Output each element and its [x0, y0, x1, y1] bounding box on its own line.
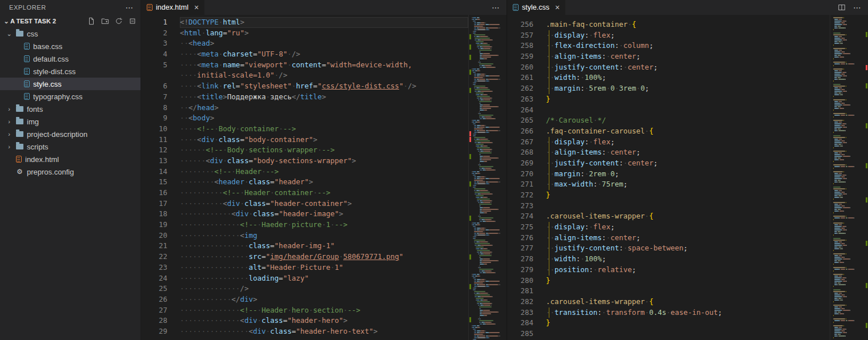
code-line[interactable]: ··margin:·2rem·0; [546, 169, 830, 180]
code-lines[interactable]: <!DOCTYPE·html><html·lang="ru">··<head>·… [167, 15, 468, 340]
chevron-right-icon: › [6, 131, 13, 137]
code-line[interactable]: ··flex-direction:·column; [546, 41, 830, 51]
code-line[interactable]: ··············<!--·Haeder·picture·1·--> [180, 220, 468, 230]
code-line[interactable]: .carousel-items-wrapper·{ [546, 297, 830, 307]
tree-item-css[interactable]: ⌄css [0, 27, 140, 40]
workspace-section-header[interactable]: ⌄ A TEST TASK 2 [0, 15, 140, 27]
code-line[interactable]: ············<div·class="header-image"> [180, 209, 468, 220]
minimap-git-decoration [469, 254, 471, 260]
code-line[interactable]: ··align-items:·center; [546, 147, 830, 158]
code-line[interactable]: ··justify-content:·center; [546, 158, 830, 169]
tree-item-typography.css[interactable]: typography.css [0, 90, 140, 103]
code-editor-index-html[interactable]: 1234567891011121314151617181920212223242… [141, 15, 507, 340]
code-line[interactable]: ····initial-scale=1.0"·/> [180, 70, 468, 81]
code-line[interactable]: ····<link·rel="stylesheet"·href="css/sty… [180, 81, 468, 92]
code-line[interactable]: ··margin:·5rem·0·3rem·0; [546, 83, 830, 94]
code-line[interactable]: ··justify-content:·space-between; [546, 243, 830, 254]
code-line[interactable]: <!DOCTYPE·html> [180, 17, 468, 28]
code-line[interactable] [546, 105, 830, 116]
code-line[interactable]: } [546, 276, 830, 286]
tree-item-style-dist.css[interactable]: style-dist.css [0, 65, 140, 78]
code-line[interactable]: ··········<div·class="header-container"> [180, 199, 468, 209]
code-line[interactable]: ··············<img [180, 230, 468, 241]
tab-style-css[interactable]: style.css × [507, 0, 565, 15]
more-actions-icon[interactable]: ⋯ [492, 3, 500, 11]
code-line[interactable]: ··············<div·class="header-hero"> [180, 315, 468, 326]
code-line[interactable]: } [546, 318, 830, 329]
code-line[interactable]: ····<meta·name="viewport"·content="width… [180, 60, 468, 71]
code-line[interactable]: ··width:·100%; [546, 72, 830, 83]
explorer-actions [87, 17, 137, 26]
code-line[interactable] [546, 329, 830, 339]
minimap-git-decoration [866, 283, 867, 288]
code-line[interactable]: ··········<!--·Header·container·--> [180, 188, 468, 199]
minimap-git-decoration [866, 65, 867, 70]
tree-item-prepros.config[interactable]: ⚙prepros.config [0, 165, 140, 178]
code-line[interactable]: ······<!--·Body·sections·wrapper·--> [180, 145, 468, 156]
code-line[interactable]: ··transition:·transform·0.4s·ease-in-out… [546, 307, 830, 318]
new-folder-icon[interactable] [101, 17, 110, 26]
code-line[interactable] [546, 286, 830, 297]
code-line[interactable]: ··display:·flex; [546, 30, 830, 41]
code-line[interactable]: .main-faq-container·{ [546, 19, 830, 30]
code-line[interactable]: } [546, 190, 830, 201]
code-lines[interactable]: .main-faq-container·{··display:·flex;··f… [533, 15, 830, 340]
code-line[interactable]: ················class="header-img-1" [180, 241, 468, 252]
code-line[interactable]: ··<body> [180, 113, 468, 124]
tree-item-project-description[interactable]: ›project-description [0, 128, 140, 140]
code-line[interactable]: ··max-width:·75rem; [546, 179, 830, 190]
code-editor-style-css[interactable]: 2562572582592602612622632642652662672682… [507, 15, 868, 340]
code-line[interactable]: ··align-items:·center; [546, 233, 830, 244]
code-line[interactable]: ················<div·class="header-hero-… [180, 326, 468, 337]
collapse-all-icon[interactable] [128, 17, 137, 26]
close-icon[interactable]: × [555, 3, 560, 12]
code-line[interactable]: <html·lang="ru"> [180, 28, 468, 39]
code-line[interactable]: ··············<!--·Header·hero·section·-… [180, 305, 468, 316]
tree-item-default.css[interactable]: default.css [0, 52, 140, 65]
tree-item-index.html[interactable]: index.html [0, 153, 140, 165]
code-line[interactable]: ······<div·class="body-sections-wrapper"… [180, 156, 468, 167]
code-line[interactable]: ········<header·class="header"> [180, 177, 468, 188]
code-line[interactable]: ··width:·100%; [546, 254, 830, 265]
code-line[interactable]: .carousel-items-wrapper·{ [546, 211, 830, 222]
code-line[interactable]: ··position:·relative; [546, 265, 830, 276]
code-line[interactable]: ··justify-content:·center; [546, 62, 830, 73]
code-line[interactable]: ····<meta·charset="UTF-8"·/> [180, 49, 468, 60]
close-icon[interactable]: × [194, 3, 199, 12]
minimap-git-decoration [866, 32, 867, 37]
explorer-more-icon[interactable]: ⋯ [125, 3, 134, 11]
code-line[interactable]: ··············/> [180, 284, 468, 294]
split-editor-icon[interactable] [837, 3, 846, 12]
explorer-header: EXPLORER ⋯ [0, 0, 140, 15]
code-line[interactable]: } [546, 94, 830, 105]
code-line[interactable]: ················alt="Header·Picture·1" [180, 262, 468, 273]
code-line[interactable]: ················loading="lazy" [180, 273, 468, 284]
minimap[interactable] [468, 15, 507, 340]
new-file-icon[interactable] [87, 17, 96, 26]
code-line[interactable]: ················src="img/header/Group·58… [180, 252, 468, 262]
tree-item-img[interactable]: ›img [0, 115, 140, 128]
more-actions-icon[interactable]: ⋯ [853, 3, 861, 11]
code-line[interactable]: ····<!--·Body·container·--> [180, 124, 468, 135]
code-line[interactable]: ····<title>Поддержка·здесь</title> [180, 92, 468, 103]
code-line[interactable]: ··</head> [180, 103, 468, 114]
tree-item-style.css[interactable]: style.css [0, 78, 140, 90]
tree-item-fonts[interactable]: ›fonts [0, 103, 140, 115]
html-file-icon [16, 156, 22, 163]
code-line[interactable]: ··<head> [180, 38, 468, 49]
code-line[interactable]: ········<!--·Header·--> [180, 167, 468, 177]
code-line[interactable]: /*·Carousel·*/ [546, 115, 830, 126]
code-line[interactable]: ··display:·flex; [546, 222, 830, 233]
refresh-icon[interactable] [114, 17, 123, 26]
tree-item-scripts[interactable]: ›scripts [0, 140, 140, 153]
code-line[interactable]: ··display:·flex; [546, 137, 830, 148]
tabbar-right: style.css × ⋯ [507, 0, 868, 15]
code-line[interactable]: ··align-items:·center; [546, 51, 830, 62]
code-line[interactable]: .faq-container-carousel·{ [546, 126, 830, 137]
code-line[interactable] [546, 201, 830, 212]
tab-index-html[interactable]: index.html × [141, 0, 204, 15]
minimap[interactable] [830, 15, 868, 340]
code-line[interactable]: ····<div·class="body-container"> [180, 135, 468, 145]
tree-item-base.css[interactable]: base.css [0, 40, 140, 52]
code-line[interactable]: ············</div> [180, 294, 468, 305]
